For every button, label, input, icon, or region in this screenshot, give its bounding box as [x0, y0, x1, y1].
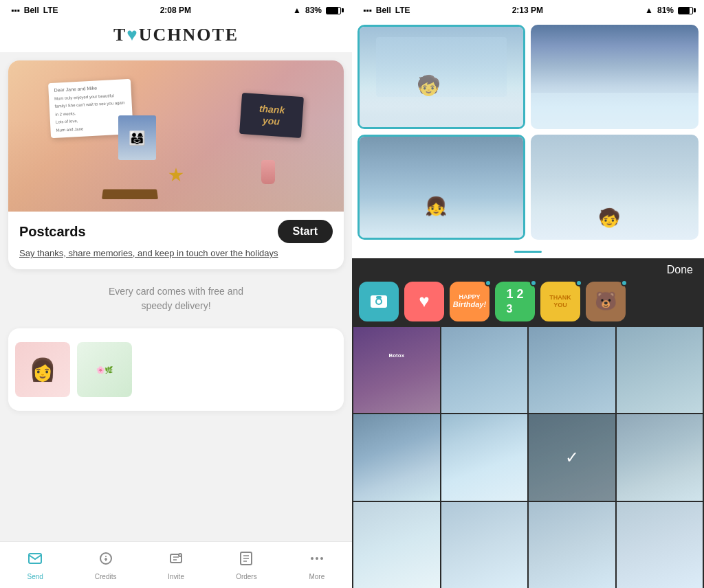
thumb-4[interactable] — [617, 327, 703, 414]
snow6-thumb — [441, 414, 528, 501]
time-left: 2:08 PM — [160, 5, 191, 15]
green-pants-thumb — [617, 414, 703, 501]
send-label: Send — [28, 573, 43, 580]
thumb-5[interactable] — [353, 414, 440, 501]
done-button[interactable]: Done — [667, 264, 693, 276]
postcard-info: Postcards Start Say thanks, share memori… — [8, 212, 344, 269]
svg-point-10 — [377, 299, 381, 304]
thank-you-card: thankyou — [239, 93, 304, 138]
left-screen: ▪▪▪ Bell LTE 2:08 PM ▲ 83% T♥UCHNOTE — [0, 0, 352, 588]
photo-cell-4[interactable]: 🧒 — [531, 135, 698, 239]
orders-icon — [238, 550, 254, 571]
snow10-thumb — [441, 502, 528, 589]
snow11-thumb — [529, 502, 615, 589]
heart-icon-title: ♥ — [126, 25, 138, 45]
battery-percent-right: 81% — [657, 5, 674, 15]
category-numbers[interactable]: 1 23 — [495, 282, 535, 321]
start-button[interactable]: Start — [278, 220, 333, 243]
thumb-8[interactable] — [617, 414, 703, 501]
postcard-desc-text: Say thanks, share memories, and keep in … — [19, 248, 210, 258]
signal-bars: ▪▪▪ — [11, 5, 20, 15]
network-right: LTE — [395, 5, 410, 15]
thumb-12[interactable] — [617, 502, 703, 589]
more-icon — [309, 550, 325, 571]
right-status-icons: ▲ 83% — [293, 5, 341, 15]
carrier-right: Bell — [376, 5, 391, 15]
svg-point-7 — [320, 557, 323, 560]
thumb-11[interactable] — [529, 502, 615, 589]
signal-bars-right: ▪▪▪ — [363, 5, 372, 15]
botox-tent-thumb — [353, 327, 440, 414]
category-photos[interactable] — [359, 282, 399, 321]
nav-item-invite[interactable]: Invite — [141, 542, 211, 588]
snow9-thumb — [353, 502, 440, 589]
main-content: Dear Jane and Mike Mum truly enjoyed you… — [0, 52, 352, 541]
mountain-lake-photo — [531, 25, 698, 129]
thumb-7-selected[interactable]: ✓ — [529, 414, 615, 501]
postcard-desc-underlined: over the holidays — [210, 248, 278, 258]
nav-item-send[interactable]: Send — [0, 542, 70, 588]
nav-item-more[interactable]: More — [282, 542, 352, 588]
numbers-badge — [530, 280, 537, 286]
app-title: T♥UCHNOTE — [0, 25, 352, 45]
postcard-card: Dear Jane and Mike Mum truly enjoyed you… — [8, 60, 344, 269]
nav-item-credits[interactable]: Credits — [70, 542, 140, 588]
delivery-line2: speedy delivery! — [141, 300, 210, 311]
ice-castle-photo: 🧒 — [360, 27, 523, 127]
ice-walk2-thumb — [529, 327, 615, 414]
svg-point-6 — [316, 557, 318, 560]
credits-label: Credits — [95, 573, 117, 580]
status-bar-left: ▪▪▪ Bell LTE 2:08 PM ▲ 83% — [0, 0, 352, 19]
thumb-2[interactable] — [441, 327, 528, 414]
carrier-right-info: ▪▪▪ Bell LTE — [363, 5, 410, 15]
thumb-9[interactable] — [353, 502, 440, 589]
birthday-badge — [485, 280, 492, 286]
photo-cell-2[interactable] — [531, 25, 698, 129]
category-thanks[interactable]: THANKYOU — [540, 282, 580, 321]
thanks-badge — [575, 280, 582, 286]
vase-decoration — [261, 160, 275, 184]
thumb-10[interactable] — [441, 502, 528, 589]
photo-cell-1[interactable]: 🧒 — [358, 25, 525, 129]
scroll-handle — [514, 251, 542, 253]
hotel-exterior-photo: 🧒 — [531, 135, 698, 239]
second-card-preview[interactable]: 👩 🌸🌿 — [8, 328, 344, 411]
category-bear[interactable]: 🐻 — [586, 282, 626, 321]
postcard-hero-image: Dear Jane and Mike Mum truly enjoyed you… — [8, 60, 344, 212]
ice-walk1-thumb — [441, 327, 528, 414]
time-right: 2:13 PM — [512, 5, 543, 15]
thumb-3[interactable] — [529, 327, 615, 414]
right-status-right: ▲ 81% — [645, 5, 693, 15]
postcard-header-row: Postcards Start — [19, 220, 333, 243]
carrier-left: Bell — [24, 5, 39, 15]
app-header: T♥UCHNOTE — [0, 19, 352, 52]
thumb-6[interactable] — [441, 414, 528, 501]
nav-item-orders[interactable]: Orders — [211, 542, 281, 588]
postcard-description: Say thanks, share memories, and keep in … — [19, 247, 333, 260]
location-icon: ▲ — [293, 5, 301, 15]
orders-label: Orders — [236, 573, 257, 580]
category-heart[interactable]: ♥ — [404, 282, 444, 321]
status-bar-right: ▪▪▪ Bell LTE 2:13 PM ▲ 81% — [352, 0, 704, 19]
more-label: More — [309, 573, 324, 580]
svg-rect-11 — [376, 296, 382, 299]
send-icon — [27, 550, 43, 571]
thumb-1[interactable] — [353, 327, 440, 414]
bear-badge — [621, 280, 628, 286]
family-photo: 👨‍👩‍👧 — [118, 115, 156, 160]
battery-percent-left: 83% — [305, 5, 322, 15]
checkmark-overlay: ✓ — [529, 414, 615, 501]
category-birthday[interactable]: HAPPYBirthday! — [450, 282, 490, 321]
ice-castle2-thumb — [353, 414, 440, 501]
invite-icon — [168, 550, 184, 571]
network-left: LTE — [43, 5, 58, 15]
running-snow-thumb — [617, 327, 703, 414]
done-bar: Done — [352, 258, 704, 279]
photo-cell-3[interactable]: 👧 — [358, 135, 525, 239]
right-bottom-panel: Done ♥ HAPPYBirthday! — [352, 258, 704, 589]
category-icons-row: ♥ HAPPYBirthday! 1 23 THANKYOU 🐻 — [352, 279, 704, 327]
carrier-info: ▪▪▪ Bell LTE — [11, 5, 58, 15]
book-prop — [102, 189, 158, 199]
location-icon-right: ▲ — [645, 5, 653, 15]
delivery-line1: Every card comes with free and — [109, 286, 243, 297]
